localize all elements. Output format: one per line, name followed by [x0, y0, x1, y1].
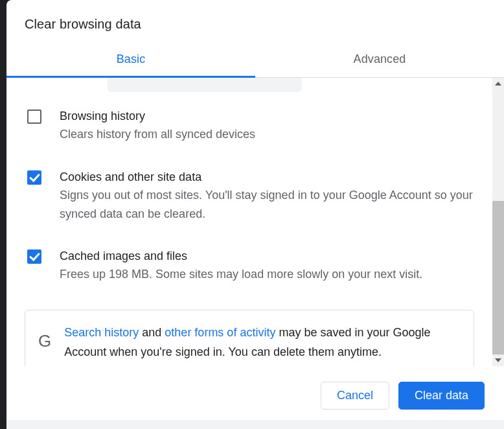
option-browsing-history: Browsing history Clears history from all…	[25, 95, 474, 156]
background-strip	[6, 420, 504, 429]
link-other-activity[interactable]: other forms of activity	[165, 326, 275, 339]
google-account-info-card: G Search history and other forms of acti…	[25, 310, 474, 366]
option-title-browsing-history: Browsing history	[60, 108, 474, 125]
scroll-down-icon[interactable]	[492, 354, 504, 366]
tab-basic[interactable]: Basic	[6, 43, 255, 78]
info-text-fragment: and	[139, 326, 165, 339]
time-range-dropdown[interactable]	[108, 78, 302, 92]
dialog-header: Clear browsing data	[6, 0, 504, 43]
option-desc-cookies: Signs you out of most sites. You'll stay…	[60, 186, 474, 224]
option-desc-cached: Frees up 198 MB. Some sites may load mor…	[60, 265, 474, 284]
clear-browsing-data-dialog: Clear browsing data Basic Advanced Brows…	[6, 0, 504, 429]
clear-data-button[interactable]: Clear data	[398, 382, 485, 410]
info-text: Search history and other forms of activi…	[64, 323, 462, 362]
google-logo-icon: G	[38, 327, 51, 355]
option-text: Cached images and files Frees up 198 MB.…	[60, 248, 474, 284]
option-text: Browsing history Clears history from all…	[60, 108, 474, 144]
dialog-content: Browsing history Clears history from all…	[6, 78, 492, 366]
option-cookies: Cookies and other site data Signs you ou…	[25, 156, 474, 235]
checkbox-cookies[interactable]	[27, 170, 41, 185]
option-cached: Cached images and files Frees up 198 MB.…	[25, 235, 474, 296]
link-search-history[interactable]: Search history	[64, 326, 139, 339]
option-title-cached: Cached images and files	[60, 248, 474, 265]
vertical-scrollbar[interactable]	[492, 78, 504, 366]
checkbox-cached[interactable]	[27, 249, 41, 264]
option-title-cookies: Cookies and other site data	[60, 168, 474, 186]
checkbox-browsing-history[interactable]	[27, 110, 41, 124]
tab-advanced[interactable]: Advanced	[255, 43, 504, 77]
option-desc-browsing-history: Clears history from all synced devices	[60, 125, 474, 144]
cancel-button[interactable]: Cancel	[321, 382, 389, 410]
time-range-row-partial	[25, 80, 474, 92]
scroll-thumb[interactable]	[492, 201, 504, 354]
option-text: Cookies and other site data Signs you ou…	[60, 168, 474, 224]
scroll-up-icon[interactable]	[492, 78, 504, 89]
dialog-title: Clear browsing data	[25, 17, 486, 32]
tab-bar: Basic Advanced	[6, 43, 504, 78]
scroll-region: Browsing history Clears history from all…	[6, 78, 504, 366]
